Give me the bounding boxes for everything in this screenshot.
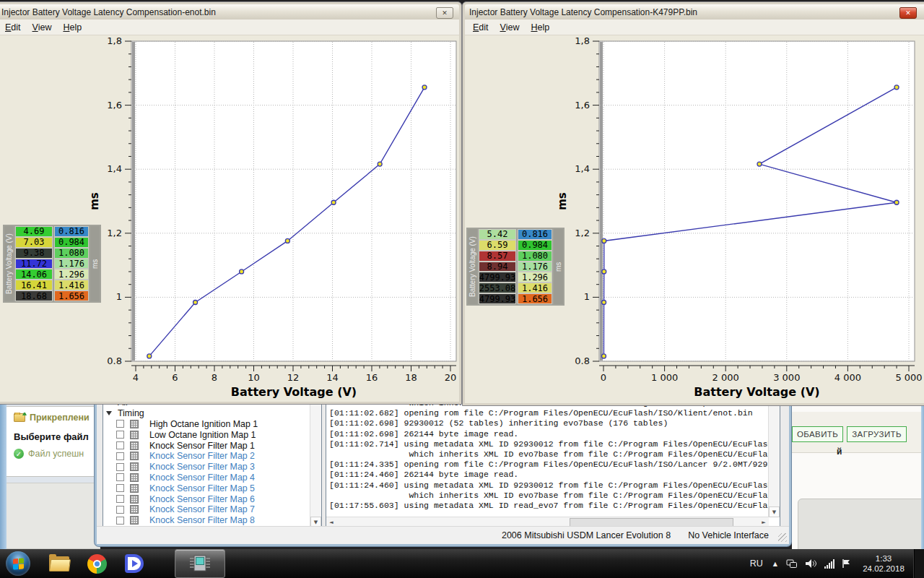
- close-button[interactable]: [436, 7, 453, 19]
- tree-group-timing[interactable]: Timing: [103, 408, 310, 419]
- latency-ms-cell[interactable]: 1.296: [518, 272, 552, 282]
- hidden-icons-chevron-icon[interactable]: [773, 561, 777, 567]
- checkbox[interactable]: [116, 441, 124, 449]
- language-indicator[interactable]: RU: [750, 558, 763, 569]
- voltage-cell[interactable]: 7.03: [15, 237, 53, 248]
- log-line: which inherits XML ID evo7base from file…: [329, 449, 768, 460]
- tree-item[interactable]: Knock Sensor Filter Map 8: [103, 515, 310, 526]
- map-tree-panel[interactable]: AirTimingHigh Octane Ignition Map 1Low O…: [103, 397, 322, 528]
- latency-ms-cell[interactable]: 0.816: [54, 226, 89, 237]
- checkbox[interactable]: [116, 517, 124, 525]
- latency-ms-cell[interactable]: 1.080: [518, 251, 552, 262]
- data-point: [331, 200, 336, 204]
- tree-item[interactable]: High Octane Ignition Map 1: [103, 419, 310, 430]
- data-point: [601, 354, 606, 358]
- latency-ms-cell[interactable]: 1.656: [518, 293, 552, 304]
- tree-item[interactable]: Knock Sensor Filter Map 1: [103, 440, 310, 451]
- upload-success-row: Файл успешн: [14, 449, 100, 459]
- load-button[interactable]: ЗАГРУЗИТЬ: [847, 426, 907, 442]
- checkbox[interactable]: [116, 431, 124, 439]
- latency-ms-cell[interactable]: 1.656: [54, 290, 89, 301]
- checkbox[interactable]: [116, 484, 124, 492]
- voltage-cell[interactable]: 16.41: [15, 280, 53, 290]
- voltage-cell[interactable]: 8.57: [479, 251, 516, 262]
- scroll-down-button[interactable]: [769, 506, 780, 517]
- checkbox[interactable]: [116, 506, 124, 514]
- menu-edit[interactable]: Edit: [468, 22, 494, 33]
- add-button[interactable]: ОБАВИТЬ: [792, 426, 843, 442]
- safely-remove-hardware-icon[interactable]: [786, 558, 798, 569]
- browser-buttons: ОБАВИТЬЗАГРУЗИТЬ: [792, 426, 907, 442]
- table-grid-icon: [130, 420, 139, 428]
- menu-view[interactable]: View: [27, 22, 57, 33]
- checkbox[interactable]: [116, 452, 124, 460]
- latency-ms-cell[interactable]: 1.296: [54, 269, 89, 280]
- start-button[interactable]: [6, 551, 30, 576]
- collapse-triangle-icon[interactable]: [106, 411, 112, 415]
- table-grid-icon: [130, 516, 139, 525]
- voltage-cell[interactable]: 6.59: [479, 240, 516, 251]
- tree-item[interactable]: Knock Sensor Filter Map 5: [103, 483, 310, 493]
- taskbar-player-button[interactable]: [116, 549, 153, 578]
- clock[interactable]: 1:33 24.02.2018: [861, 553, 906, 574]
- show-desktop-button[interactable]: [913, 549, 924, 578]
- checkbox[interactable]: [116, 420, 124, 428]
- log-panel[interactable]: which inherits XML ID evo7base from file…: [326, 397, 780, 528]
- taskbar-chrome-button[interactable]: [78, 549, 116, 578]
- menu-help[interactable]: Help: [526, 22, 554, 33]
- latency-ms-cell[interactable]: 1.416: [54, 280, 89, 290]
- tree-scrollbar[interactable]: [310, 397, 321, 527]
- close-button[interactable]: [899, 7, 917, 19]
- checkbox[interactable]: [116, 463, 124, 471]
- latency-ms-cell[interactable]: 0.984: [518, 240, 552, 251]
- voltage-cell[interactable]: 5.42: [479, 229, 516, 240]
- voltage-cell[interactable]: 14.06: [15, 269, 53, 280]
- resize-grip-icon[interactable]: [778, 533, 787, 542]
- tree-item[interactable]: Knock Sensor Filter Map 4: [103, 473, 310, 483]
- titlebar[interactable]: Injector Battery Voltage Latency Compens…: [465, 4, 924, 20]
- attachments-link[interactable]: Прикреплени: [14, 413, 100, 423]
- tree-item[interactable]: Low Octane Ignition Map 1: [103, 429, 310, 440]
- checkbox[interactable]: [116, 473, 124, 481]
- log-line: [01:11:24.335] opening rom file C:/Progr…: [329, 460, 768, 470]
- voltage-cell[interactable]: 4799.93: [479, 272, 516, 282]
- latency-ms-cell[interactable]: 1.080: [54, 248, 89, 259]
- windows-logo-icon: [13, 558, 24, 569]
- taskbar-ecuflash-button-active[interactable]: [175, 549, 225, 578]
- voltage-cell[interactable]: 2553.08: [479, 282, 516, 293]
- table-grid-icon: [130, 462, 139, 471]
- menu-view[interactable]: View: [495, 22, 525, 33]
- tree-item[interactable]: Knock Sensor Filter Map 6: [103, 493, 310, 504]
- latency-ms-cell[interactable]: 1.176: [54, 259, 89, 269]
- titlebar[interactable]: Injector Battery Voltage Latency Compens…: [0, 4, 459, 20]
- tree-item[interactable]: Knock Sensor Filter Map 2: [103, 451, 310, 462]
- tree-item[interactable]: Knock Sensor Filter Map 7: [103, 504, 310, 515]
- volume-icon[interactable]: [805, 558, 817, 569]
- voltage-cell[interactable]: 9.38: [15, 248, 53, 259]
- voltage-cell[interactable]: 18.68: [15, 290, 53, 301]
- tree-item-label: Knock Sensor Filter Map 4: [149, 473, 255, 483]
- voltage-cell[interactable]: 11.72: [15, 259, 53, 269]
- success-check-icon: [14, 449, 24, 459]
- latency-ms-cell[interactable]: 0.984: [54, 237, 89, 248]
- log-vertical-scrollbar[interactable]: [768, 397, 780, 517]
- voltage-cell[interactable]: 4.69: [15, 226, 53, 237]
- action-center-flag-icon[interactable]: [842, 558, 851, 569]
- x-tick-label: 20: [445, 372, 457, 383]
- data-point: [147, 354, 152, 358]
- tree-item[interactable]: Knock Sensor Filter Map 3: [103, 462, 310, 473]
- network-signal-icon[interactable]: [824, 559, 834, 569]
- menu-edit[interactable]: Edit: [0, 22, 26, 33]
- battery-voltage-axis-label: Battery Voltage (V): [4, 226, 14, 301]
- taskbar-explorer-button[interactable]: [40, 549, 78, 578]
- latency-ms-cell[interactable]: 1.416: [518, 282, 552, 293]
- menu-help[interactable]: Help: [58, 22, 87, 33]
- voltage-cell[interactable]: 8.94: [479, 262, 516, 272]
- voltage-cell[interactable]: 4799.93: [479, 293, 516, 304]
- latency-ms-cell[interactable]: 0.816: [518, 229, 552, 240]
- checkbox[interactable]: [116, 495, 124, 503]
- y-tick-label: 0.8: [575, 355, 590, 366]
- battery-voltage-axis-label: Battery Voltage (V): [468, 229, 477, 304]
- x-tick-label: 3 000: [773, 372, 800, 383]
- latency-ms-cell[interactable]: 1.176: [518, 262, 552, 272]
